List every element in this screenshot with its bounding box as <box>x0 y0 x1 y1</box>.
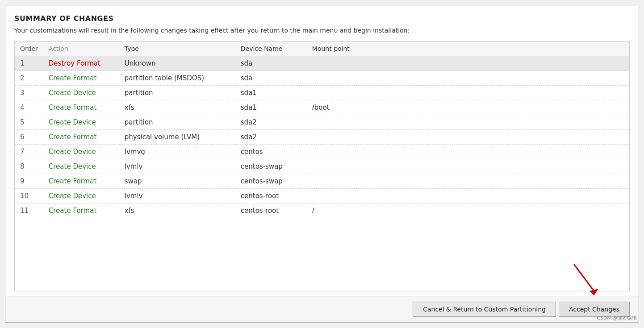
table-body: 1Destroy FormatUnknownsda2Create Formatp… <box>15 56 629 218</box>
cell-device: sda1 <box>235 100 307 115</box>
cell-device: sda1 <box>235 86 307 100</box>
summary-dialog: SUMMARY OF CHANGES Your customizations w… <box>5 6 639 323</box>
cell-order: 5 <box>15 115 43 130</box>
cell-type: physical volume (LVM) <box>119 130 235 145</box>
cell-action: Create Format <box>43 203 119 218</box>
cell-action: Destroy Format <box>43 56 119 71</box>
cell-action: Create Format <box>43 174 119 189</box>
cell-action: Create Device <box>43 145 119 159</box>
cell-device: sda2 <box>235 115 307 130</box>
cell-device: centos-swap <box>235 174 307 189</box>
table-row[interactable]: 4Create Formatxfssda1/boot <box>15 100 629 115</box>
cell-device: sda2 <box>235 130 307 145</box>
cell-type: swap <box>119 174 235 189</box>
cell-type: Unknown <box>119 56 235 71</box>
cell-mount <box>307 115 629 130</box>
cell-device: centos-swap <box>235 159 307 174</box>
cell-type: lvmlv <box>119 159 235 174</box>
changes-table: Order Action Type Device Name Mount poin… <box>15 42 629 218</box>
cell-action: Create Format <box>43 71 119 86</box>
dialog-title: SUMMARY OF CHANGES <box>14 14 630 23</box>
cell-mount <box>307 174 629 189</box>
cell-type: xfs <box>119 203 235 218</box>
changes-table-container: Order Action Type Device Name Mount poin… <box>14 41 630 291</box>
cell-mount <box>307 130 629 145</box>
table-row[interactable]: 8Create Devicelvmlvcentos-swap <box>15 159 629 174</box>
cell-order: 10 <box>15 189 43 203</box>
table-row[interactable]: 9Create Formatswapcentos-swap <box>15 174 629 189</box>
col-order: Order <box>15 42 43 56</box>
cell-action: Create Format <box>43 100 119 115</box>
cell-order: 6 <box>15 130 43 145</box>
cell-order: 8 <box>15 159 43 174</box>
cell-order: 1 <box>15 56 43 71</box>
cell-type: lvmvg <box>119 145 235 159</box>
cell-type: xfs <box>119 100 235 115</box>
col-action: Action <box>43 42 119 56</box>
cell-action: Create Device <box>43 159 119 174</box>
cell-order: 9 <box>15 174 43 189</box>
table-row[interactable]: 3Create Devicepartitionsda1 <box>15 86 629 100</box>
cancel-button[interactable]: Cancel & Return to Custom Partitioning <box>413 302 556 317</box>
cell-mount <box>307 86 629 100</box>
cell-mount <box>307 71 629 86</box>
table-row[interactable]: 2Create Formatpartition table (MSDOS)sda <box>15 71 629 86</box>
cell-type: lvmlv <box>119 189 235 203</box>
cell-type: partition table (MSDOS) <box>119 71 235 86</box>
table-header: Order Action Type Device Name Mount poin… <box>15 42 629 56</box>
cell-action: Create Device <box>43 115 119 130</box>
cell-type: partition <box>119 86 235 100</box>
cell-order: 2 <box>15 71 43 86</box>
table-row[interactable]: 5Create Devicepartitionsda2 <box>15 115 629 130</box>
cell-action: Create Format <box>43 130 119 145</box>
cell-order: 7 <box>15 145 43 159</box>
cell-action: Create Device <box>43 189 119 203</box>
col-type: Type <box>119 42 235 56</box>
cell-device: centos-root <box>235 203 307 218</box>
cell-device: sda <box>235 56 307 71</box>
table-row[interactable]: 11Create Formatxfscentos-root/ <box>15 203 629 218</box>
cell-order: 3 <box>15 86 43 100</box>
cell-device: centos <box>235 145 307 159</box>
table-row[interactable]: 7Create Devicelvmvgcentos <box>15 145 629 159</box>
table-row[interactable]: 6Create Formatphysical volume (LVM)sda2 <box>15 130 629 145</box>
table-row[interactable]: 10Create Devicelvmlvcentos-root <box>15 189 629 203</box>
table-row[interactable]: 1Destroy FormatUnknownsda <box>15 56 629 71</box>
cell-device: sda <box>235 71 307 86</box>
cell-mount <box>307 56 629 71</box>
cell-mount: / <box>307 203 629 218</box>
watermark: CSDN @读者编辑 <box>597 315 637 321</box>
cell-type: partition <box>119 115 235 130</box>
cell-order: 4 <box>15 100 43 115</box>
cell-mount <box>307 145 629 159</box>
dialog-content: SUMMARY OF CHANGES Your customizations w… <box>5 6 639 296</box>
cell-mount <box>307 159 629 174</box>
dialog-footer: Cancel & Return to Custom Partitioning A… <box>5 296 639 322</box>
cell-mount <box>307 189 629 203</box>
cell-action: Create Device <box>43 86 119 100</box>
cell-order: 11 <box>15 203 43 218</box>
cell-mount: /boot <box>307 100 629 115</box>
col-device: Device Name <box>235 42 307 56</box>
dialog-subtitle: Your customizations will result in the f… <box>14 26 630 35</box>
cell-device: centos-root <box>235 189 307 203</box>
col-mount: Mount point <box>307 42 629 56</box>
